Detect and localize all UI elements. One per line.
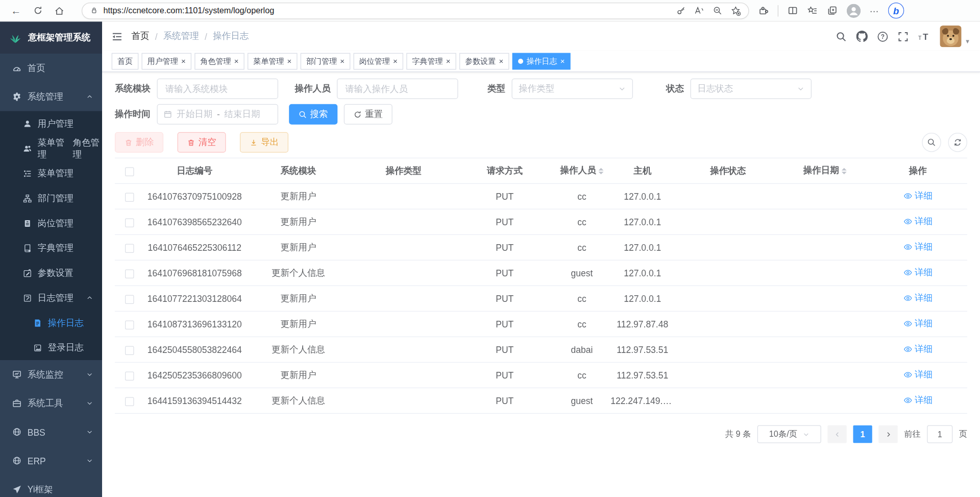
clear-button[interactable]: 清空 (178, 132, 226, 153)
next-page-button[interactable] (878, 425, 898, 443)
fullscreen-icon[interactable] (898, 31, 909, 42)
sidebar-item-post-mgmt[interactable]: 岗位管理 (0, 211, 102, 236)
browser-refresh-button[interactable] (30, 2, 46, 19)
zoom-out-icon[interactable] (713, 6, 722, 15)
sidebar-toggle-button[interactable] (112, 31, 122, 42)
detail-link[interactable]: 详细 (903, 267, 933, 279)
collections-icon[interactable] (827, 5, 838, 16)
browser-profile-avatar[interactable] (847, 4, 861, 18)
col-operator[interactable]: 操作人员 (553, 165, 611, 177)
github-icon[interactable] (856, 31, 868, 42)
password-key-icon[interactable] (676, 6, 686, 15)
tab-close-icon[interactable]: × (234, 58, 239, 65)
user-avatar[interactable] (940, 26, 962, 48)
module-input[interactable] (157, 79, 279, 99)
tab-close-icon[interactable]: × (446, 58, 451, 65)
breadcrumb-system[interactable]: 系统管理 (163, 31, 199, 42)
sidebar-item-param-settings[interactable]: 参数设置 (0, 261, 102, 286)
detail-link[interactable]: 详细 (903, 191, 933, 202)
sidebar-item-operation-log[interactable]: 操作日志 (0, 311, 102, 336)
page-number-button[interactable]: 1 (853, 425, 872, 443)
browser-back-button[interactable]: ← (8, 2, 24, 19)
page-size-select[interactable]: 10条/页 (757, 425, 821, 443)
tab-close-icon[interactable]: × (287, 58, 292, 65)
tab-operation-log[interactable]: 操作日志× (512, 53, 571, 70)
row-checkbox[interactable] (125, 218, 134, 227)
row-checkbox[interactable] (125, 295, 134, 304)
eye-icon (903, 345, 912, 354)
tab-close-icon[interactable]: × (393, 58, 398, 65)
tab-dict-mgmt[interactable]: 字典管理× (406, 53, 456, 70)
sidebar-item-monitor[interactable]: 系统监控 (0, 360, 102, 389)
sidebar-item-home[interactable]: 首页 (0, 54, 102, 82)
operator-input[interactable] (337, 79, 458, 99)
sidebar-item-dict-mgmt[interactable]: 字典管理 (0, 235, 102, 261)
select-all-checkbox[interactable] (125, 167, 134, 176)
font-size-icon[interactable]: TT (918, 31, 930, 42)
sort-icon[interactable] (842, 165, 847, 177)
search-button[interactable]: 搜索 (289, 104, 337, 125)
search-icon[interactable] (836, 31, 847, 42)
sidebar-item-bbs[interactable]: BBS (0, 418, 102, 446)
sidebar-item-erp[interactable]: ERP (0, 446, 102, 475)
row-checkbox[interactable] (125, 320, 134, 329)
sidebar-item-system[interactable]: 系统管理 (0, 82, 102, 111)
table-search-toggle-button[interactable] (922, 133, 941, 152)
sidebar-item-dept-mgmt[interactable]: 部门管理 (0, 186, 102, 211)
browser-home-button[interactable] (51, 2, 68, 19)
favorite-add-icon[interactable] (730, 6, 741, 16)
sidebar-item-tools[interactable]: 系统工具 (0, 389, 102, 417)
sidebar-item-user-mgmt[interactable]: 用户管理 (0, 111, 102, 136)
detail-link[interactable]: 详细 (903, 369, 933, 381)
sidebar-item-login-log[interactable]: 登录日志 (0, 335, 102, 360)
tab-menu-mgmt[interactable]: 菜单管理× (248, 53, 298, 70)
address-bar[interactable]: https://ccnetcore.com:1101/system/log/op… (82, 2, 749, 19)
goto-page-input[interactable] (927, 425, 952, 443)
row-checkbox[interactable] (125, 346, 134, 355)
sidebar-item-menu-mgmt[interactable]: 菜单管理 (0, 161, 102, 186)
tab-role-mgmt[interactable]: 角色管理× (194, 53, 244, 70)
tab-close-icon[interactable]: × (560, 58, 565, 65)
date-range-picker[interactable]: 开始日期 - 结束日期 (157, 104, 279, 125)
prev-page-button[interactable] (827, 425, 847, 443)
tab-param-settings[interactable]: 参数设置× (459, 53, 509, 70)
tab-post-mgmt[interactable]: 岗位管理× (354, 53, 404, 70)
tab-close-icon[interactable]: × (340, 58, 345, 65)
browser-settings-icon[interactable]: ⋯ (870, 6, 879, 16)
row-checkbox[interactable] (125, 371, 134, 381)
read-aloud-icon[interactable] (694, 6, 704, 15)
split-screen-icon[interactable] (788, 5, 798, 16)
type-select[interactable]: 操作类型 (512, 79, 633, 99)
row-checkbox[interactable] (125, 244, 134, 253)
sidebar-item-role-mgmt[interactable]: 菜单管理 角色管理 (0, 136, 102, 161)
delete-button[interactable]: 删除 (115, 132, 163, 153)
bing-chat-icon[interactable]: b (888, 3, 904, 18)
export-button[interactable]: 导出 (240, 132, 288, 153)
detail-link[interactable]: 详细 (903, 344, 933, 356)
sort-icon[interactable] (599, 165, 604, 177)
favorites-bar-icon[interactable] (807, 5, 818, 16)
help-icon[interactable]: ? (877, 31, 888, 42)
detail-link[interactable]: 详细 (903, 318, 933, 330)
tab-home[interactable]: 首页 (112, 53, 139, 70)
sidebar-item-yi-framework[interactable]: Yi框架 (0, 475, 102, 497)
col-date[interactable]: 操作日期 (781, 165, 868, 177)
detail-link[interactable]: 详细 (903, 242, 933, 253)
tab-close-icon[interactable]: × (499, 58, 504, 65)
avatar-caret-down-icon[interactable]: ▼ (965, 38, 970, 45)
breadcrumb-home[interactable]: 首页 (132, 31, 150, 42)
reset-button[interactable]: 重置 (344, 104, 393, 125)
detail-link[interactable]: 详细 (903, 293, 933, 304)
tab-dept-mgmt[interactable]: 部门管理× (301, 53, 351, 70)
row-checkbox[interactable] (125, 193, 134, 202)
tab-user-mgmt[interactable]: 用户管理× (142, 53, 192, 70)
table-refresh-button[interactable] (948, 133, 968, 152)
detail-link[interactable]: 详细 (903, 395, 933, 407)
row-checkbox[interactable] (125, 397, 134, 406)
status-select[interactable]: 日志状态 (691, 79, 812, 99)
tab-close-icon[interactable]: × (181, 58, 186, 65)
row-checkbox[interactable] (125, 269, 134, 278)
sidebar-item-log-mgmt[interactable]: 日志管理 (0, 286, 102, 311)
detail-link[interactable]: 详细 (903, 216, 933, 228)
extensions-icon[interactable] (758, 5, 769, 16)
